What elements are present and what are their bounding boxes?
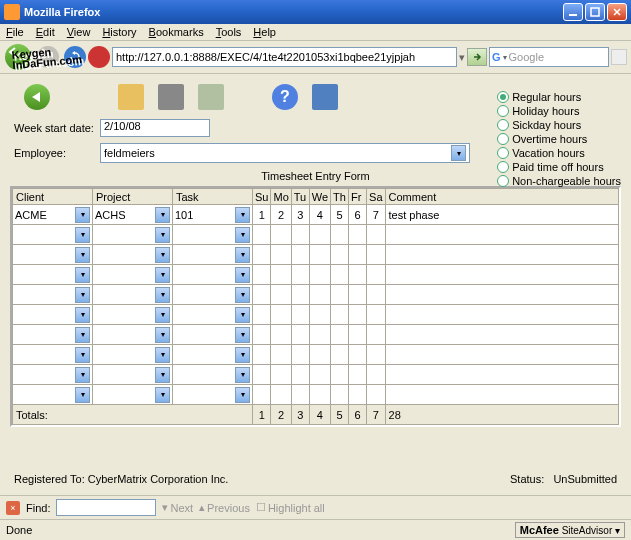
- day-cell[interactable]: [349, 385, 367, 405]
- maximize-button[interactable]: [585, 3, 605, 21]
- comment-cell[interactable]: [385, 385, 618, 405]
- col-project[interactable]: Project: [93, 189, 173, 205]
- cell-select[interactable]: ▾: [173, 265, 252, 284]
- comment-cell[interactable]: [385, 325, 618, 345]
- day-cell[interactable]: [291, 225, 309, 245]
- day-cell[interactable]: [271, 365, 291, 385]
- cell-select[interactable]: ▾: [93, 325, 172, 344]
- day-cell[interactable]: [349, 265, 367, 285]
- day-cell[interactable]: [367, 365, 385, 385]
- day-cell[interactable]: [271, 265, 291, 285]
- radio-vacation[interactable]: Vacation hours: [497, 146, 621, 160]
- day-cell[interactable]: 1: [253, 205, 271, 225]
- day-cell[interactable]: [331, 385, 349, 405]
- dropdown-arrow[interactable]: ▾: [459, 51, 465, 64]
- menu-tools[interactable]: Tools: [216, 26, 242, 38]
- day-cell[interactable]: [309, 345, 330, 365]
- grid-icon[interactable]: [198, 84, 224, 110]
- cell-select[interactable]: ▾: [173, 225, 252, 244]
- col-su[interactable]: Su: [253, 189, 271, 205]
- cell-select[interactable]: ▾: [13, 245, 92, 264]
- day-cell[interactable]: [253, 225, 271, 245]
- day-cell[interactable]: [331, 265, 349, 285]
- day-cell[interactable]: [271, 225, 291, 245]
- day-cell[interactable]: [367, 245, 385, 265]
- folder-icon[interactable]: [118, 84, 144, 110]
- day-cell[interactable]: [271, 245, 291, 265]
- save-icon[interactable]: [312, 84, 338, 110]
- comment-cell[interactable]: [385, 245, 618, 265]
- mcafee-siteadvisor[interactable]: McAfee SiteAdvisor ▾: [515, 522, 625, 538]
- cell-select[interactable]: ▾: [13, 345, 92, 364]
- day-cell[interactable]: [291, 245, 309, 265]
- menu-view[interactable]: View: [67, 26, 91, 38]
- cell-select[interactable]: ▾: [93, 285, 172, 304]
- day-cell[interactable]: [271, 305, 291, 325]
- cell-select[interactable]: ▾: [173, 285, 252, 304]
- col-comment[interactable]: Comment: [385, 189, 618, 205]
- find-previous-button[interactable]: ▴Previous: [199, 501, 250, 514]
- day-cell[interactable]: [291, 325, 309, 345]
- day-cell[interactable]: [367, 225, 385, 245]
- arrow-left-icon[interactable]: [24, 84, 50, 110]
- day-cell[interactable]: [331, 325, 349, 345]
- day-cell[interactable]: 7: [367, 205, 385, 225]
- day-cell[interactable]: [309, 365, 330, 385]
- day-cell[interactable]: [271, 325, 291, 345]
- col-task[interactable]: Task: [173, 189, 253, 205]
- day-cell[interactable]: [331, 345, 349, 365]
- day-cell[interactable]: [349, 365, 367, 385]
- comment-cell[interactable]: [385, 305, 618, 325]
- day-cell[interactable]: [253, 325, 271, 345]
- cell-select[interactable]: ▾: [173, 345, 252, 364]
- menu-history[interactable]: History: [102, 26, 136, 38]
- day-cell[interactable]: [253, 265, 271, 285]
- comment-cell[interactable]: [385, 345, 618, 365]
- cell-select[interactable]: ACME▾: [13, 205, 92, 224]
- cell-select[interactable]: ▾: [93, 365, 172, 384]
- radio-sickday[interactable]: Sickday hours: [497, 118, 621, 132]
- minimize-button[interactable]: [563, 3, 583, 21]
- comment-cell[interactable]: [385, 265, 618, 285]
- day-cell[interactable]: [309, 385, 330, 405]
- col-client[interactable]: Client: [13, 189, 93, 205]
- day-cell[interactable]: [331, 245, 349, 265]
- find-input[interactable]: [56, 499, 156, 516]
- menu-edit[interactable]: Edit: [36, 26, 55, 38]
- day-cell[interactable]: [291, 385, 309, 405]
- day-cell[interactable]: [291, 285, 309, 305]
- day-cell[interactable]: 2: [271, 205, 291, 225]
- day-cell[interactable]: [349, 285, 367, 305]
- day-cell[interactable]: [309, 285, 330, 305]
- day-cell[interactable]: [367, 385, 385, 405]
- col-th[interactable]: Th: [331, 189, 349, 205]
- cell-select[interactable]: ▾: [93, 305, 172, 324]
- day-cell[interactable]: [331, 225, 349, 245]
- day-cell[interactable]: [349, 225, 367, 245]
- radio-holiday[interactable]: Holiday hours: [497, 104, 621, 118]
- day-cell[interactable]: [367, 325, 385, 345]
- cell-select[interactable]: ▾: [13, 385, 92, 404]
- cell-select[interactable]: ▾: [173, 385, 252, 404]
- cell-select[interactable]: ▾: [93, 385, 172, 404]
- day-cell[interactable]: [291, 365, 309, 385]
- day-cell[interactable]: 3: [291, 205, 309, 225]
- cell-select[interactable]: ▾: [93, 345, 172, 364]
- day-cell[interactable]: [291, 305, 309, 325]
- cell-select[interactable]: ▾: [13, 305, 92, 324]
- cell-select[interactable]: ▾: [13, 365, 92, 384]
- findbar-close-button[interactable]: ×: [6, 501, 20, 515]
- day-cell[interactable]: [291, 265, 309, 285]
- cell-select[interactable]: ▾: [13, 225, 92, 244]
- cell-select[interactable]: 101▾: [173, 205, 252, 224]
- col-fr[interactable]: Fr: [349, 189, 367, 205]
- day-cell[interactable]: [367, 345, 385, 365]
- day-cell[interactable]: [271, 345, 291, 365]
- day-cell[interactable]: [367, 305, 385, 325]
- cell-select[interactable]: ▾: [13, 265, 92, 284]
- comment-cell[interactable]: [385, 285, 618, 305]
- day-cell[interactable]: [253, 305, 271, 325]
- day-cell[interactable]: [253, 345, 271, 365]
- day-cell[interactable]: [253, 385, 271, 405]
- radio-overtime[interactable]: Overtime hours: [497, 132, 621, 146]
